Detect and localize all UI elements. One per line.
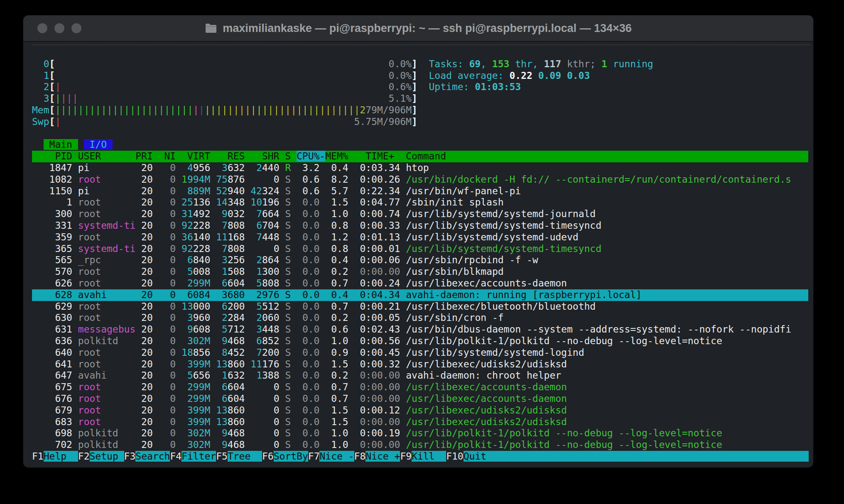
fkey-setup[interactable]: Setup bbox=[90, 451, 124, 462]
process-row[interactable]: 626 root 20 0 299M 6604 5808 S 0.0 0.7 0… bbox=[32, 278, 808, 289]
tab-main[interactable]: Main bbox=[44, 139, 78, 150]
text-segment: S bbox=[280, 370, 291, 381]
text-segment: 0:00.26 bbox=[348, 174, 406, 185]
header-sort-cpu[interactable]: CPU%- bbox=[297, 151, 325, 161]
fkey-sortby[interactable]: SortBy bbox=[274, 451, 308, 462]
text-segment: 0 bbox=[245, 393, 279, 404]
process-row[interactable]: 1082 root 20 0 1994M 75876 0 S 0.6 8.2 0… bbox=[32, 174, 808, 186]
text-segment: Uptime: bbox=[429, 81, 475, 92]
process-row[interactable]: 675 root 20 0 299M 6604 0 S 0.0 0.7 0:00… bbox=[32, 382, 808, 393]
fkey-quit[interactable]: Quit bbox=[464, 451, 486, 462]
text-segment: 1 bbox=[601, 59, 607, 69]
fkey-f6[interactable]: F6 bbox=[262, 451, 274, 462]
text-segment: 20 bbox=[135, 382, 153, 392]
traffic-lights bbox=[37, 23, 81, 33]
text-segment: 0:00.19 bbox=[348, 428, 406, 438]
fkey-kill[interactable]: Kill bbox=[412, 451, 446, 462]
process-row[interactable]: 331 systemd-ti 20 0 92228 7808 6704 S 0.… bbox=[32, 220, 808, 232]
process-row[interactable]: 628 avahi 20 0 6084 3680 2976 S 0.0 0.4 … bbox=[32, 289, 808, 301]
terminal-window: maximiliankaske — pi@raspberrypi: ~ — ss… bbox=[23, 15, 813, 467]
fkey-help[interactable]: Help bbox=[44, 451, 78, 462]
text-segment: ] bbox=[412, 105, 417, 115]
process-row[interactable]: 676 root 20 0 299M 6604 0 S 0.0 0.7 0:00… bbox=[32, 393, 808, 405]
process-row[interactable]: 640 root 20 0 18856 8452 7200 S 0.0 0.9 … bbox=[32, 347, 808, 359]
minimize-button[interactable] bbox=[54, 23, 64, 33]
fkey-nice-plus[interactable]: Nice + bbox=[366, 451, 400, 462]
titlebar: maximiliankaske — pi@raspberrypi: ~ — ss… bbox=[23, 15, 813, 42]
text-segment: root bbox=[78, 208, 135, 219]
text-segment: 52 bbox=[216, 186, 228, 196]
text-segment: 8 bbox=[222, 347, 228, 358]
text-segment: 20 bbox=[135, 186, 153, 196]
text-segment: 20 bbox=[135, 428, 153, 438]
text-segment: |||||||||||||||||||||||| bbox=[55, 105, 193, 115]
header-columns-right[interactable]: MEM% TIME+ Command bbox=[325, 151, 446, 161]
text-segment bbox=[210, 220, 222, 231]
process-row[interactable]: 631 messagebus 20 0 9608 5712 3448 S 0.0… bbox=[32, 324, 808, 335]
text-segment: 0.9 bbox=[319, 347, 348, 358]
header-columns[interactable]: PID USER PRI NI VIRT RES SHR S bbox=[32, 151, 297, 161]
fkey-f3[interactable]: F3 bbox=[124, 451, 136, 462]
text-segment: [ bbox=[49, 93, 55, 104]
process-row[interactable]: 300 root 20 0 31492 9032 7664 S 0.0 1.0 … bbox=[32, 208, 808, 220]
process-row[interactable]: 1847 pi 20 0 4956 3632 2440 R 3.2 0.4 0:… bbox=[32, 162, 808, 174]
close-button[interactable] bbox=[37, 23, 47, 33]
fkey-f8[interactable]: F8 bbox=[354, 451, 366, 462]
fkey-f9[interactable]: F9 bbox=[400, 451, 412, 462]
text-segment: 79M/906M bbox=[366, 105, 412, 115]
text-segment: 2 bbox=[360, 105, 366, 115]
process-row[interactable]: 629 root 20 0 13000 6200 5512 S 0.0 0.7 … bbox=[32, 301, 808, 313]
process-row[interactable]: 636 polkitd 20 0 302M 9468 6852 S 0.0 1.… bbox=[32, 335, 808, 347]
text-segment: 679 bbox=[32, 405, 78, 416]
process-row[interactable]: 1150 pi 20 0 889M 52940 42324 S 0.6 5.7 … bbox=[32, 186, 808, 197]
text-segment: 0:00.00 bbox=[348, 393, 406, 404]
fkey-f5[interactable]: F5 bbox=[216, 451, 228, 462]
text-segment: S bbox=[280, 382, 291, 392]
text-segment: S bbox=[280, 359, 291, 369]
text-segment: 0.0% bbox=[389, 59, 412, 69]
fkey-f7[interactable]: F7 bbox=[308, 451, 320, 462]
text-segment: 0 bbox=[153, 347, 176, 358]
text-segment: 698 bbox=[32, 428, 78, 438]
fkey-f2[interactable]: F2 bbox=[78, 451, 90, 462]
fkey-filter[interactable]: Filter bbox=[182, 451, 216, 462]
fkey-f10[interactable]: F10 bbox=[446, 451, 464, 462]
text-segment: 448 bbox=[262, 232, 280, 242]
process-row[interactable]: 630 root 20 0 3960 2284 2060 S 0.0 0.2 0… bbox=[32, 312, 808, 324]
text-segment: S bbox=[280, 428, 291, 438]
text-segment: 196 bbox=[262, 197, 280, 208]
text-segment: 0.4 bbox=[319, 254, 348, 265]
tab-io[interactable]: I/O bbox=[84, 139, 113, 150]
process-row[interactable]: 570 root 20 0 5008 1508 1300 S 0.0 0.2 0… bbox=[32, 266, 808, 278]
process-row[interactable]: 698 polkitd 20 0 302M 9468 0 S 0.0 1.0 0… bbox=[32, 428, 808, 439]
process-row[interactable]: 1 root 20 0 25136 14348 10196 S 0.0 1.5 … bbox=[32, 197, 808, 208]
text-segment: systemd-ti bbox=[78, 243, 135, 254]
fkey-f4[interactable]: F4 bbox=[170, 451, 182, 462]
text-segment: 0.0 bbox=[291, 428, 319, 438]
process-row[interactable]: 641 root 20 0 399M 13860 11176 S 0.0 1.5… bbox=[32, 359, 808, 370]
fkey-nice-minus[interactable]: Nice - bbox=[319, 451, 354, 462]
text-segment bbox=[417, 59, 429, 69]
zoom-button[interactable] bbox=[71, 23, 81, 33]
table-header-row[interactable]: PID USER PRI NI VIRT RES SHR S CPU%-MEM%… bbox=[32, 151, 808, 162]
process-row[interactable]: 359 root 20 0 36140 11168 7448 S 0.0 1.2… bbox=[32, 232, 808, 243]
text-segment: _rpc bbox=[78, 254, 135, 265]
fkey-tree[interactable]: Tree bbox=[228, 451, 262, 462]
text-segment: /usr/bin/wf-panel-pi bbox=[406, 186, 521, 196]
text-segment: 1082 bbox=[32, 174, 78, 185]
text-segment: 92 bbox=[182, 243, 193, 254]
text-segment: 664 bbox=[262, 208, 280, 219]
fkey-f1[interactable]: F1 bbox=[32, 451, 44, 462]
text-segment: 75 bbox=[216, 174, 228, 185]
process-row[interactable]: 679 root 20 0 399M 13860 0 S 0.0 1.5 0:0… bbox=[32, 405, 808, 416]
process-row[interactable]: 702 polkitd 20 0 302M 9468 0 S 0.0 1.0 0… bbox=[32, 439, 808, 451]
process-row[interactable]: 647 avahi 20 0 5656 1632 1388 S 0.0 0.2 … bbox=[32, 370, 808, 382]
process-row[interactable]: 565 _rpc 20 0 6840 3256 2864 S 0.0 0.4 0… bbox=[32, 254, 808, 266]
process-row[interactable]: 365 systemd-ti 20 0 92228 7808 0 S 0.0 0… bbox=[32, 243, 808, 255]
process-row[interactable]: 683 root 20 0 399M 13860 0 S 0.0 1.5 0:0… bbox=[32, 416, 808, 428]
text-segment: 5 bbox=[222, 324, 228, 335]
text-segment: 0.09 bbox=[538, 70, 567, 81]
text-segment: 0 bbox=[153, 208, 176, 219]
fkey-search[interactable]: Search bbox=[135, 451, 170, 462]
text-segment: 20 bbox=[135, 208, 153, 219]
